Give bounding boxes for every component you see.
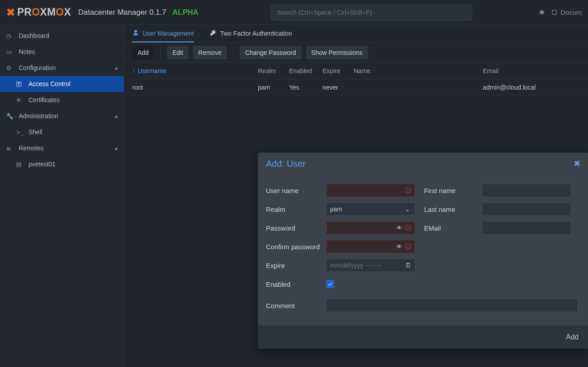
lastname-input[interactable]	[486, 206, 567, 213]
stage-badge: ALPHA	[172, 8, 199, 17]
tab-two-factor-auth[interactable]: Two Factor Authentication	[210, 25, 292, 42]
col-enabled[interactable]: Enabled	[289, 67, 323, 74]
lastname-field[interactable]	[482, 202, 571, 216]
server-icon: ▤	[16, 161, 25, 168]
grid-header: ↑Username Realm Enabled Expire Name Emai…	[124, 62, 588, 79]
cell-email: admin@cloud.local	[478, 84, 588, 91]
key-icon: ⚿	[16, 81, 25, 87]
tabs: User Management Two Factor Authenticatio…	[124, 25, 588, 43]
sidebar-item-label: Access Control	[29, 80, 70, 87]
label-password: Password	[266, 224, 326, 232]
warning-icon: ⓘ	[405, 224, 411, 232]
proxmox-logo: ✖ PROXMOX	[6, 6, 71, 19]
sidebar-item-administration[interactable]: 🔧 Administration ▴	[0, 108, 124, 124]
username-field[interactable]: ⓘ	[326, 184, 415, 197]
sidebar-item-label: Administration	[19, 112, 58, 120]
app-title: Datacenter Manager 0.1.7	[78, 8, 167, 17]
tab-label: Two Factor Authentication	[220, 30, 292, 37]
cert-icon: ✲	[16, 97, 25, 103]
sidebar-item-dashboard[interactable]: ◷ Dashboard	[0, 28, 124, 44]
col-expire[interactable]: Expire	[323, 67, 354, 74]
label-lastname: Last name	[424, 206, 482, 213]
label-comment: Comment	[266, 302, 326, 309]
change-password-button[interactable]: Change Password	[240, 46, 301, 59]
dashboard-icon: ◷	[6, 33, 15, 39]
sort-asc-icon: ↑	[132, 68, 135, 74]
tab-label: User Management	[143, 30, 194, 37]
toolbar-separator	[160, 47, 161, 58]
sidebar-item-label: Remotes	[19, 144, 44, 152]
chevron-up-icon: ▴	[115, 145, 118, 151]
sidebar-item-remotes[interactable]: ≣ Remotes ▴	[0, 140, 124, 156]
warning-icon: ⓘ	[405, 186, 411, 194]
tab-user-management[interactable]: User Management	[132, 25, 194, 42]
sidebar-item-label: pvetest01	[29, 161, 56, 168]
show-permissions-button[interactable]: Show Permissions	[306, 46, 368, 59]
close-icon[interactable]: ✖	[574, 159, 580, 169]
confirm-password-field[interactable]: 👁 ⓘ	[326, 240, 415, 253]
sidebar: ◷ Dashboard ▭ Notes ⚙ Configuration ▴ ⚿ …	[0, 25, 124, 367]
dialog-add-button[interactable]: Add	[566, 333, 579, 341]
notes-icon: ▭	[6, 49, 15, 55]
email-field[interactable]	[482, 221, 571, 235]
sidebar-item-label: Dashboard	[19, 32, 49, 39]
logo-x-icon: ✖	[6, 6, 16, 19]
enabled-checkbox[interactable]	[326, 280, 334, 288]
col-username[interactable]: ↑Username	[124, 67, 258, 74]
col-realm[interactable]: Realm	[258, 67, 289, 74]
col-name[interactable]: Name	[354, 67, 478, 74]
eye-icon[interactable]: 👁	[396, 224, 402, 231]
username-input[interactable]	[330, 187, 411, 194]
toolbar: Add Edit Remove Change Password Show Per…	[124, 43, 588, 62]
sidebar-item-certificates[interactable]: ✲ Certificates	[0, 92, 124, 108]
remove-button[interactable]: Remove	[193, 46, 227, 59]
shell-icon: ≻_	[16, 129, 25, 136]
eye-icon[interactable]: 👁	[396, 243, 402, 250]
add-button[interactable]: Add	[132, 46, 154, 59]
label-enabled: Enabled	[266, 280, 326, 288]
sidebar-item-shell[interactable]: ≻_ Shell	[0, 124, 124, 140]
search-input[interactable]	[271, 4, 472, 21]
app-header: ✖ PROXMOX Datacenter Manager 0.1.7 ALPHA…	[0, 0, 588, 25]
user-icon	[132, 29, 139, 37]
comment-input[interactable]	[330, 302, 574, 309]
sidebar-item-label: Notes	[19, 48, 35, 55]
label-realm: Realm	[266, 206, 326, 213]
expire-input[interactable]	[330, 262, 411, 269]
toolbar-separator	[233, 47, 233, 58]
remotes-icon: ≣	[6, 145, 15, 152]
search-box	[271, 4, 472, 21]
realm-select[interactable]: pam ⌄	[326, 202, 415, 216]
firstname-input[interactable]	[486, 187, 567, 194]
checkmark-icon	[327, 281, 333, 287]
email-input[interactable]	[486, 224, 567, 231]
calendar-icon[interactable]: 🗓	[405, 262, 411, 269]
col-email[interactable]: Email	[478, 67, 588, 74]
dialog-footer: Add	[258, 326, 588, 349]
comment-field[interactable]	[326, 299, 578, 312]
chevron-up-icon: ▴	[115, 113, 118, 119]
cell-enabled: Yes	[289, 84, 323, 91]
label-firstname: First name	[424, 187, 482, 194]
add-user-dialog: Add: User ✖ User name ⓘ Realm	[258, 153, 588, 349]
label-email: EMail	[424, 224, 482, 232]
firstname-field[interactable]	[482, 184, 571, 197]
cell-expire: never	[323, 84, 354, 91]
main-area: User Management Two Factor Authenticatio…	[124, 25, 588, 367]
sidebar-item-pvetest01[interactable]: ▤ pvetest01	[0, 156, 124, 172]
realm-dropdown[interactable]: pam	[330, 206, 411, 213]
password-field[interactable]: 👁 ⓘ	[326, 221, 415, 235]
label-confirm-password: Confirm password	[266, 243, 326, 251]
sidebar-item-label: Shell	[29, 128, 42, 136]
sidebar-item-label: Certificates	[29, 96, 60, 103]
sidebar-item-access-control[interactable]: ⚿ Access Control	[0, 76, 124, 92]
warning-icon: ⓘ	[405, 243, 411, 251]
table-row[interactable]: root pam Yes never admin@cloud.local	[124, 79, 588, 95]
gear-icon[interactable]: ✱	[539, 8, 545, 16]
edit-button[interactable]: Edit	[167, 46, 188, 59]
sidebar-item-configuration[interactable]: ⚙ Configuration ▴	[0, 60, 124, 76]
documentation-link[interactable]: Docum	[551, 8, 582, 16]
wrench-icon: 🔧	[6, 113, 15, 120]
sidebar-item-notes[interactable]: ▭ Notes	[0, 44, 124, 60]
expire-field[interactable]: 🗓	[326, 259, 415, 272]
